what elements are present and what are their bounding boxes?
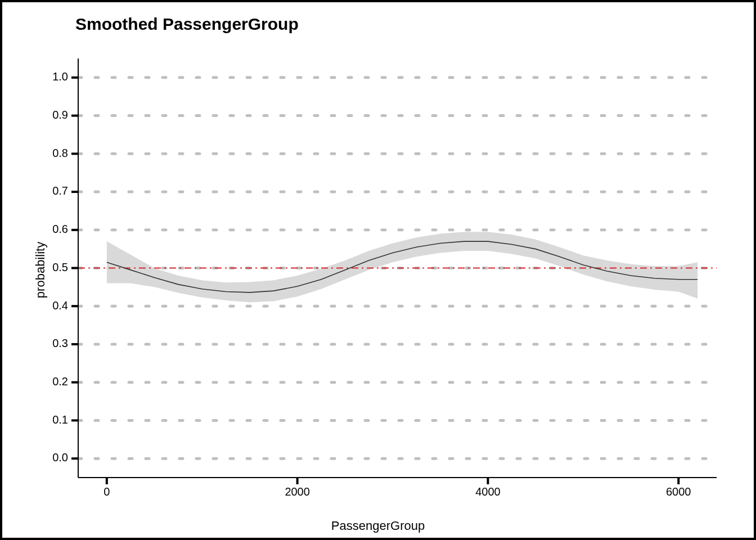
x-axis-label: PassengerGroup bbox=[331, 519, 425, 533]
y-tick-label: 0.3 bbox=[52, 337, 68, 349]
y-tick-label: 0.2 bbox=[52, 375, 68, 388]
x-tick-label: 4000 bbox=[475, 485, 501, 498]
x-tick-label: 6000 bbox=[666, 485, 691, 498]
chart-title: Smoothed PassengerGroup bbox=[75, 15, 299, 34]
y-tick-label: 0.0 bbox=[52, 451, 68, 464]
y-tick-label: 0.8 bbox=[52, 147, 68, 159]
plot-area: 0.00.10.20.30.40.50.60.70.80.91.00200040… bbox=[33, 53, 725, 520]
chart-frame: Smoothed PassengerGroup probability 0.00… bbox=[0, 0, 756, 540]
y-tick-label: 0.5 bbox=[52, 261, 68, 273]
y-tick-label: 0.9 bbox=[52, 109, 68, 121]
y-tick-label: 0.6 bbox=[52, 223, 68, 235]
y-tick-label: 0.1 bbox=[52, 413, 68, 426]
chart-svg: 0.00.10.20.30.40.50.60.70.80.91.00200040… bbox=[33, 53, 725, 520]
y-tick-label: 0.4 bbox=[52, 299, 68, 312]
y-tick-label: 0.7 bbox=[52, 184, 68, 197]
x-tick-label: 0 bbox=[104, 485, 110, 498]
x-tick-label: 2000 bbox=[285, 485, 310, 498]
y-tick-label: 1.0 bbox=[52, 70, 68, 83]
